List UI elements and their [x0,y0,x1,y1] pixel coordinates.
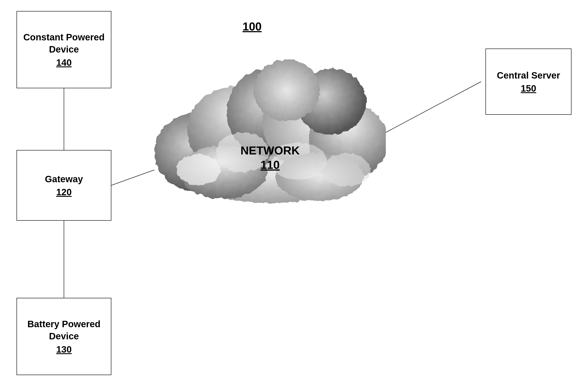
svg-text:110: 110 [261,159,280,171]
svg-text:NETWORK: NETWORK [241,144,300,157]
central-server-number: 150 [521,83,536,94]
gateway-number: 120 [56,187,72,198]
network-cloud: NETWORK 110 [154,46,386,218]
svg-point-13 [322,153,370,186]
diagram-title: 100 [243,20,262,33]
constant-powered-device-label: Constant Powered Device [21,31,106,55]
central-server-label: Central Server [497,69,560,82]
battery-powered-device-label: Battery Powered Device [21,318,106,342]
svg-point-7 [253,60,320,121]
gateway-label: Gateway [45,173,83,185]
gateway-box: Gateway 120 [17,150,111,221]
svg-line-19 [386,82,481,132]
constant-powered-device-box: Constant Powered Device 140 [17,11,111,88]
svg-point-12 [176,155,220,185]
constant-powered-device-number: 140 [56,57,72,68]
diagram-container: 100 Constant Powered Device 140 Gateway … [0,0,588,387]
battery-powered-device-number: 130 [56,344,72,355]
battery-powered-device-box: Battery Powered Device 130 [17,298,111,375]
central-server-box: Central Server 150 [485,48,571,115]
svg-line-18 [111,170,154,185]
